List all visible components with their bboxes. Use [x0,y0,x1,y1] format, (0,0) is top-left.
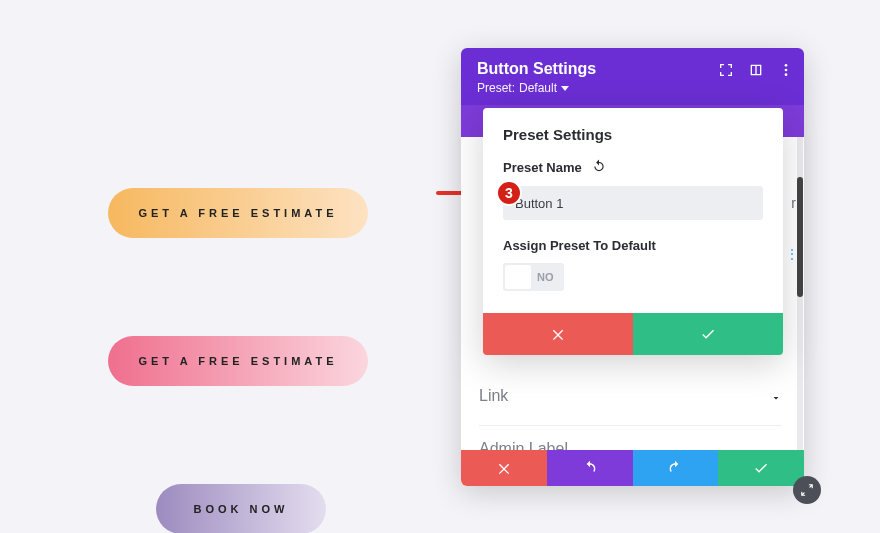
preview-button-1-label: GET A FREE ESTIMATE [138,207,337,219]
preview-button-1[interactable]: GET A FREE ESTIMATE [108,188,368,238]
resize-handle[interactable] [793,476,821,504]
reset-icon[interactable] [592,159,606,176]
chevron-down-icon [770,390,782,402]
toggle-text: NO [533,271,564,283]
layout-icon[interactable] [748,62,764,78]
toggle-knob [505,265,531,289]
preview-button-2[interactable]: GET A FREE ESTIMATE [108,336,368,386]
preset-popover: Preset Settings Preset Name Assign Prese… [483,108,783,355]
section-label-link: Link [479,387,508,405]
preview-button-3[interactable]: BOOK NOW [156,484,326,533]
more-icon[interactable] [778,62,794,78]
confirm-button[interactable] [718,450,804,486]
panel-preset-name: Default [519,81,557,95]
panel-preset-prefix: Preset: [477,81,515,95]
preset-name-input[interactable] [503,186,763,220]
svg-point-0 [785,64,788,67]
preset-name-label: Preset Name [503,160,582,175]
panel-action-bar [461,450,804,486]
popover-cancel-button[interactable] [483,313,633,355]
callout-badge-number: 3 [505,185,513,201]
preview-button-2-label: GET A FREE ESTIMATE [138,355,337,367]
svg-point-2 [785,73,788,76]
undo-button[interactable] [547,450,633,486]
popover-confirm-button[interactable] [633,313,783,355]
callout-badge: 3 [496,180,522,206]
svg-point-1 [785,69,788,72]
panel-header: Button Settings Preset: Default [461,48,804,105]
delete-button[interactable] [461,450,547,486]
popover-title: Preset Settings [503,126,763,143]
scrollbar-thumb[interactable] [797,177,803,297]
popover-action-bar [483,313,783,355]
preview-button-3-label: BOOK NOW [194,503,289,515]
section-row-link[interactable]: Link [479,373,782,419]
caret-down-icon [561,86,569,91]
expand-icon[interactable] [718,62,734,78]
preset-name-label-row: Preset Name [503,159,763,176]
assign-default-toggle[interactable]: NO [503,263,564,291]
panel-preset-line[interactable]: Preset: Default [477,81,788,95]
redo-button[interactable] [633,450,719,486]
assign-default-label: Assign Preset To Default [503,238,763,253]
